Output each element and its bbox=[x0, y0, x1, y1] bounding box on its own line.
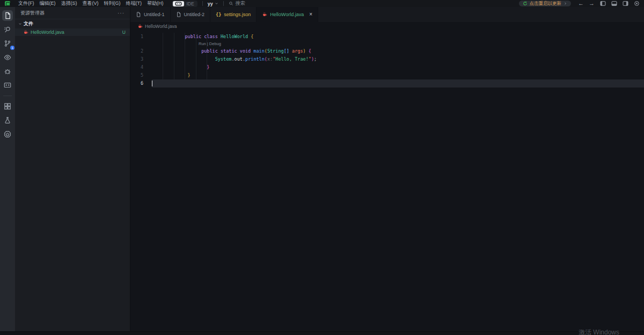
java-icon bbox=[23, 30, 28, 35]
toggle-right-sidebar-icon[interactable] bbox=[623, 1, 628, 6]
ide-mode-badge[interactable]: IDE bbox=[172, 1, 197, 7]
extensions-icon bbox=[4, 103, 11, 110]
activity-item-extensions[interactable] bbox=[2, 101, 13, 112]
explorer-icon bbox=[4, 12, 11, 19]
menu-item-4[interactable]: 转到(G) bbox=[101, 0, 123, 7]
file-tree-item[interactable]: HelloWorld.javaU bbox=[15, 28, 130, 36]
search-icon bbox=[229, 1, 233, 6]
search-icon bbox=[4, 26, 11, 33]
tab-label: Untitled-2 bbox=[184, 12, 205, 17]
history-nav: ← → bbox=[578, 1, 595, 6]
menu-item-1[interactable]: 编辑(E) bbox=[37, 0, 58, 7]
git-status-badge: U bbox=[122, 30, 126, 35]
file-tree: HelloWorld.javaU bbox=[15, 28, 130, 36]
code-text: public static void main(String[] args) { bbox=[152, 47, 644, 55]
activity-item-testing[interactable] bbox=[2, 115, 13, 126]
scm-changes-badge: 1 bbox=[10, 46, 14, 50]
title-bar: 文件(F)编辑(E)选择(S)查看(V)转到(G)终端(T)帮助(H) IDE … bbox=[0, 0, 644, 7]
tab-Untitled-1[interactable]: Untitled-1 bbox=[130, 7, 171, 22]
activity-item-power[interactable] bbox=[2, 129, 13, 140]
java-icon bbox=[137, 24, 143, 29]
workspace-switcher[interactable]: yy bbox=[208, 1, 218, 6]
code-line-6[interactable]: 6 bbox=[130, 79, 644, 88]
line-number: 4 bbox=[130, 63, 152, 71]
line-number: 3 bbox=[130, 55, 152, 63]
sidebar-section-files[interactable]: 文件 bbox=[15, 19, 130, 28]
sidebar-header: 资源管理器 ··· bbox=[15, 7, 130, 19]
toggle-bottom-panel-icon[interactable] bbox=[611, 1, 617, 6]
line-number: 6 bbox=[130, 79, 152, 88]
more-actions-icon[interactable]: ··· bbox=[118, 10, 125, 16]
file-icon bbox=[136, 12, 141, 17]
chevron-right-icon bbox=[564, 2, 567, 5]
menu-item-0[interactable]: 文件(F) bbox=[16, 0, 37, 7]
global-search[interactable]: 搜索 bbox=[229, 0, 245, 7]
remote-window-icon bbox=[4, 82, 11, 89]
tab-settings.json[interactable]: {}settings.json bbox=[210, 7, 257, 22]
testing-icon bbox=[4, 116, 11, 124]
customize-layout-icon[interactable] bbox=[634, 1, 640, 6]
chevron-down-icon bbox=[215, 2, 218, 5]
code-line-5[interactable]: 5 } bbox=[130, 71, 644, 79]
code-lens-run-debug[interactable]: Run | Debug bbox=[130, 41, 644, 47]
activity-item-watch[interactable] bbox=[2, 52, 13, 63]
restart-icon bbox=[523, 1, 528, 6]
tab-Untitled-2[interactable]: Untitled-2 bbox=[171, 7, 211, 22]
text-cursor bbox=[152, 81, 152, 86]
menu-bar: 文件(F)编辑(E)选择(S)查看(V)转到(G)终端(T)帮助(H) bbox=[16, 0, 166, 7]
update-label: 点击重启以更新 bbox=[530, 1, 562, 7]
file-icon bbox=[176, 12, 181, 17]
code-text: } bbox=[152, 71, 644, 79]
close-icon[interactable]: × bbox=[309, 12, 312, 17]
activity-item-remote-window[interactable] bbox=[2, 80, 13, 91]
workspace-name: yy bbox=[208, 1, 213, 6]
activity-item-search[interactable] bbox=[2, 24, 13, 35]
windows-activation-watermark: 激活 Windows bbox=[579, 328, 619, 335]
debug-icon bbox=[4, 68, 11, 75]
power-icon bbox=[4, 130, 11, 138]
restart-to-update-button[interactable]: 点击重启以更新 bbox=[519, 1, 572, 6]
search-label: 搜索 bbox=[236, 0, 245, 7]
toggle-left-sidebar-icon[interactable] bbox=[600, 1, 606, 6]
code-editor[interactable]: 1 public class HelloWorld {Run | Debug2 … bbox=[130, 31, 644, 88]
activity-bar: 1 bbox=[0, 7, 15, 331]
menu-item-2[interactable]: 选择(S) bbox=[58, 0, 80, 7]
json-braces-icon: {} bbox=[216, 12, 221, 17]
activity-item-source-control[interactable]: 1 bbox=[2, 38, 13, 49]
tab-HelloWorld.java[interactable]: HelloWorld.java× bbox=[257, 7, 318, 22]
tab-label: HelloWorld.java bbox=[270, 12, 304, 17]
titlebar-divider bbox=[202, 1, 203, 6]
robot-icon bbox=[173, 1, 184, 6]
tab-label: settings.json bbox=[224, 12, 251, 17]
java-icon bbox=[262, 12, 267, 17]
status-bar bbox=[0, 331, 644, 335]
activity-item-debug[interactable] bbox=[2, 66, 13, 77]
app-logo-icon[interactable] bbox=[5, 1, 10, 6]
menu-item-6[interactable]: 帮助(H) bbox=[144, 0, 166, 7]
code-text: public class HelloWorld { bbox=[152, 33, 644, 41]
activity-bar-divider bbox=[3, 96, 12, 96]
chevron-down-icon bbox=[18, 22, 22, 26]
code-line-2[interactable]: 2 public static void main(String[] args)… bbox=[130, 47, 644, 55]
code-text: System.out.println(x:"Hello, Trae!"); bbox=[152, 55, 644, 63]
ide-label: IDE bbox=[187, 1, 194, 6]
code-line-1[interactable]: 1 public class HelloWorld { bbox=[130, 33, 644, 41]
file-name: HelloWorld.java bbox=[31, 30, 64, 35]
line-number: 2 bbox=[130, 47, 152, 55]
activity-item-explorer[interactable] bbox=[2, 10, 13, 21]
code-line-4[interactable]: 4 } bbox=[130, 63, 644, 71]
code-text bbox=[152, 79, 644, 88]
code-line-3[interactable]: 3 System.out.println(x:"Hello, Trae!"); bbox=[130, 55, 644, 63]
watch-icon bbox=[4, 54, 11, 61]
menu-item-3[interactable]: 查看(V) bbox=[80, 0, 101, 7]
line-number: 1 bbox=[130, 33, 152, 41]
titlebar-right: 点击重启以更新 ← → bbox=[519, 1, 644, 6]
forward-arrow-icon[interactable]: → bbox=[589, 1, 595, 6]
sidebar-title: 资源管理器 bbox=[20, 10, 45, 17]
section-label: 文件 bbox=[24, 20, 33, 27]
menu-item-5[interactable]: 终端(T) bbox=[123, 0, 145, 7]
breadcrumb[interactable]: HelloWorld.java bbox=[130, 22, 644, 31]
back-arrow-icon[interactable]: ← bbox=[578, 1, 584, 6]
tab-bar: Untitled-1Untitled-2{}settings.jsonHello… bbox=[130, 7, 644, 22]
breadcrumb-label: HelloWorld.java bbox=[145, 24, 177, 29]
